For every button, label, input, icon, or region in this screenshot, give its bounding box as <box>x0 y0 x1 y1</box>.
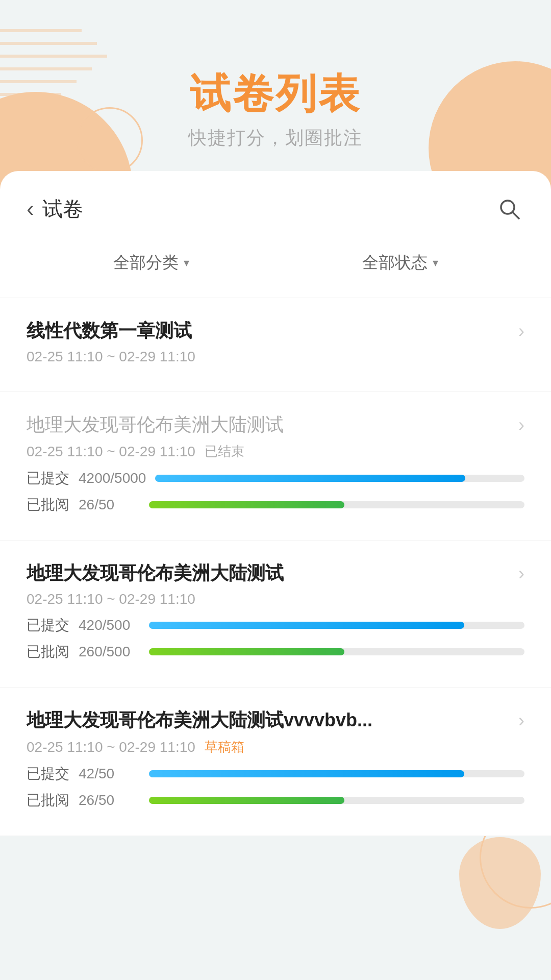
reviewed-progress-row: 已批阅 26/50 <box>27 495 524 514</box>
reviewed-progress-fill <box>149 797 344 804</box>
status-badge: 草稿箱 <box>205 738 244 756</box>
table-row[interactable]: 地理大发现哥伦布美洲大陆测试vvvvbvb... › 02-25 11:10 ~… <box>0 688 551 836</box>
exam-date: 02-25 11:10 ~ 02-29 11:10 <box>27 591 524 607</box>
page-subtitle: 快捷打分，划圈批注 <box>0 126 551 151</box>
submitted-label: 已提交 <box>27 764 69 783</box>
exam-title: 线性代数第一章测试 <box>27 318 508 344</box>
reviewed-progress-track <box>149 648 524 655</box>
filter-category-label: 全部分类 <box>113 252 179 274</box>
search-icon <box>497 197 521 220</box>
status-badge: 已结束 <box>205 443 244 460</box>
chevron-right-icon: › <box>518 414 524 436</box>
exam-date: 02-25 11:10 ~ 02-29 11:10 已结束 <box>27 443 524 460</box>
main-card: ‹ 试卷 全部分类 ▾ 全部状态 ▾ 线性代数第一章测试 › 02-25 <box>0 171 551 836</box>
filter-status-label: 全部状态 <box>362 252 428 274</box>
reviewed-progress-row: 已批阅 260/500 <box>27 642 524 662</box>
chevron-right-icon: › <box>518 563 524 584</box>
submitted-progress-fill <box>155 475 465 482</box>
page-title: 试卷列表 <box>0 71 551 116</box>
filter-status-arrow: ▾ <box>433 256 438 270</box>
reviewed-progress-row: 已批阅 26/50 <box>27 791 524 810</box>
reviewed-value: 260/500 <box>79 644 140 660</box>
submitted-value: 42/50 <box>79 766 140 782</box>
reviewed-progress-fill <box>149 501 344 508</box>
submitted-progress-track <box>155 475 524 482</box>
exam-date: 02-25 11:10 ~ 02-29 11:10 <box>27 349 524 365</box>
reviewed-label: 已批阅 <box>27 791 69 810</box>
reviewed-label: 已批阅 <box>27 642 69 662</box>
submitted-progress-fill <box>149 770 464 777</box>
topbar-title: 试卷 <box>42 195 83 223</box>
search-button[interactable] <box>494 193 524 224</box>
table-row[interactable]: 地理大发现哥伦布美洲大陆测试 › 02-25 11:10 ~ 02-29 11:… <box>0 541 551 688</box>
table-row[interactable]: 地理大发现哥伦布美洲大陆测试 › 02-25 11:10 ~ 02-29 11:… <box>0 392 551 541</box>
exam-title: 地理大发现哥伦布美洲大陆测试 <box>27 561 508 586</box>
table-row[interactable]: 线性代数第一章测试 › 02-25 11:10 ~ 02-29 11:10 <box>0 298 551 392</box>
submitted-label: 已提交 <box>27 616 69 635</box>
filter-bar: 全部分类 ▾ 全部状态 ▾ <box>0 238 551 298</box>
chevron-right-icon: › <box>518 321 524 342</box>
exam-list: 线性代数第一章测试 › 02-25 11:10 ~ 02-29 11:10 地理… <box>0 298 551 836</box>
reviewed-value: 26/50 <box>79 497 140 513</box>
exam-date: 02-25 11:10 ~ 02-29 11:10 草稿箱 <box>27 738 524 756</box>
exam-title: 地理大发现哥伦布美洲大陆测试 <box>27 412 508 437</box>
submitted-label: 已提交 <box>27 469 69 488</box>
submitted-progress-row: 已提交 42/50 <box>27 764 524 783</box>
reviewed-progress-track <box>149 501 524 508</box>
submitted-progress-track <box>149 622 524 629</box>
back-button[interactable]: ‹ 试卷 <box>27 195 83 223</box>
submitted-progress-row: 已提交 420/500 <box>27 616 524 635</box>
chevron-right-icon: › <box>518 710 524 731</box>
submitted-progress-track <box>149 770 524 777</box>
svg-line-7 <box>513 212 519 218</box>
reviewed-label: 已批阅 <box>27 495 69 514</box>
submitted-progress-fill <box>149 622 464 629</box>
reviewed-progress-fill <box>149 648 344 655</box>
submitted-value: 420/500 <box>79 617 140 633</box>
filter-category-arrow: ▾ <box>184 256 189 270</box>
filter-status-button[interactable]: 全部状态 ▾ <box>276 243 524 282</box>
card-topbar: ‹ 试卷 <box>0 171 551 238</box>
back-icon: ‹ <box>27 196 34 222</box>
reviewed-value: 26/50 <box>79 792 140 808</box>
exam-title: 地理大发现哥伦布美洲大陆测试vvvvbvb... <box>27 708 508 733</box>
submitted-value: 4200/5000 <box>79 470 146 486</box>
filter-category-button[interactable]: 全部分类 ▾ <box>27 243 276 282</box>
submitted-progress-row: 已提交 4200/5000 <box>27 469 524 488</box>
reviewed-progress-track <box>149 797 524 804</box>
